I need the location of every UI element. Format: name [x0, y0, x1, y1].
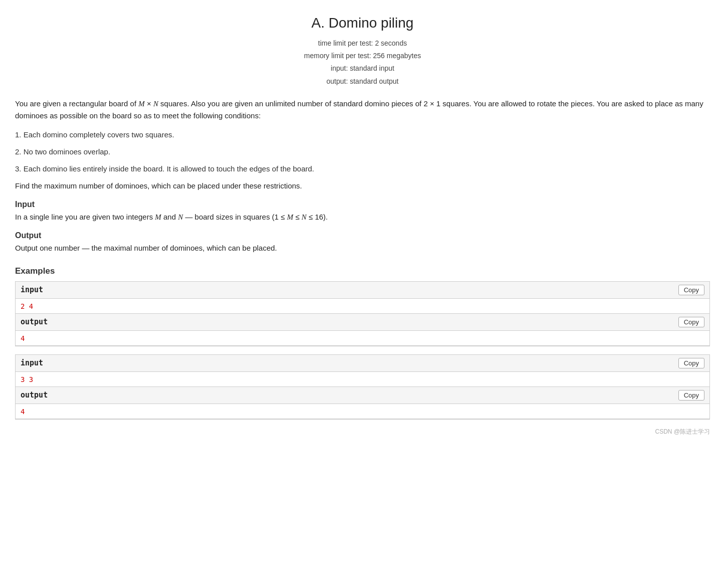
example-2-output-value: 4: [21, 408, 25, 416]
memory-limit: memory limit per test: 256 megabytes: [15, 50, 710, 62]
problem-intro: You are given a rectangular board of M ×…: [15, 98, 710, 122]
example-2-input-value-row: 3 3: [16, 372, 709, 387]
example-1-output-value: 4: [21, 334, 25, 342]
example-1-input-value: 2 4: [21, 302, 33, 310]
input-section-text: In a single line you are given two integ…: [15, 211, 710, 223]
condition-1: 1. Each domino completely covers two squ…: [15, 129, 710, 141]
examples-title: Examples: [15, 266, 710, 276]
output-section-text: Output one number — the maximal number o…: [15, 242, 710, 254]
example-1-input-header: input Copy: [16, 282, 709, 299]
output-type: output: standard output: [15, 75, 710, 88]
example-1-input-value-row: 2 4: [16, 299, 709, 314]
example-1-output-copy-button[interactable]: Copy: [678, 317, 704, 327]
example-2-output-header: output Copy: [16, 387, 709, 404]
footer-watermark: CSDN @陈进士学习: [15, 428, 710, 436]
time-limit: time limit per test: 2 seconds: [15, 37, 710, 50]
example-2-output-value-row: 4: [16, 404, 709, 419]
meta-info: time limit per test: 2 seconds memory li…: [15, 37, 710, 88]
example-2-input-label: input: [21, 358, 43, 367]
example-1: input Copy 2 4 output Copy 4: [15, 281, 710, 346]
example-2-output-copy-button[interactable]: Copy: [678, 390, 704, 401]
example-2-input-header: input Copy: [16, 355, 709, 372]
example-1-output-label: output: [21, 317, 48, 326]
example-1-input-copy-button[interactable]: Copy: [678, 285, 704, 295]
example-1-output-header: output Copy: [16, 314, 709, 331]
input-section-title: Input: [15, 200, 710, 209]
example-2-output-label: output: [21, 390, 48, 400]
example-1-input-label: input: [21, 285, 43, 294]
example-2-input-copy-button[interactable]: Copy: [678, 358, 704, 368]
example-1-output-value-row: 4: [16, 331, 709, 346]
output-section-title: Output: [15, 231, 710, 240]
find-text: Find the maximum number of dominoes, whi…: [15, 180, 710, 192]
example-2-input-value: 3 3: [21, 375, 33, 383]
page-title: A. Domino piling: [15, 15, 710, 31]
condition-3: 3. Each domino lies entirely inside the …: [15, 163, 710, 175]
input-type: input: standard input: [15, 62, 710, 75]
example-2: input Copy 3 3 output Copy 4: [15, 354, 710, 420]
condition-2: 2. No two dominoes overlap.: [15, 146, 710, 158]
